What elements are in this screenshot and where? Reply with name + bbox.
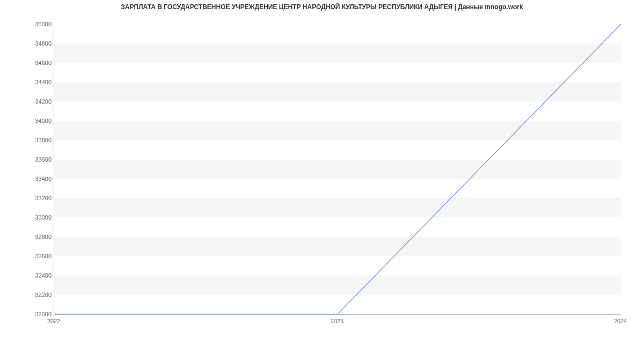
y-tick-label: 33200: [27, 195, 52, 201]
y-tick-label: 32400: [27, 272, 52, 279]
y-tick-label: 34400: [27, 79, 52, 85]
y-tick-label: 33600: [27, 156, 52, 163]
y-tick-label: 34200: [27, 98, 52, 105]
y-tick-label: 32800: [27, 234, 52, 240]
y-tick-label: 34000: [27, 118, 52, 124]
chart-container: ЗАРПЛАТА В ГОСУДАРСТВЕННОЕ УЧРЕЖДЕНИЕ ЦЕ…: [0, 0, 644, 349]
x-tick-label: 2022: [47, 318, 60, 324]
plot-area: [54, 24, 621, 315]
line-series: [54, 24, 621, 314]
y-tick-label: 33800: [27, 137, 52, 143]
y-tick-label: 32200: [27, 292, 52, 298]
y-tick-label: 32000: [27, 311, 52, 317]
y-tick-label: 34600: [27, 60, 52, 66]
chart-title: ЗАРПЛАТА В ГОСУДАРСТВЕННОЕ УЧРЕЖДЕНИЕ ЦЕ…: [0, 3, 644, 11]
y-tick-label: 33000: [27, 214, 52, 221]
y-tick-label: 33400: [27, 176, 52, 182]
series-line: [54, 24, 621, 314]
y-tick-label: 35000: [27, 21, 52, 27]
y-tick-label: 32600: [27, 253, 52, 259]
x-tick-label: 2023: [331, 318, 343, 324]
y-tick-label: 34800: [27, 40, 52, 47]
x-tick-label: 2024: [614, 318, 627, 324]
